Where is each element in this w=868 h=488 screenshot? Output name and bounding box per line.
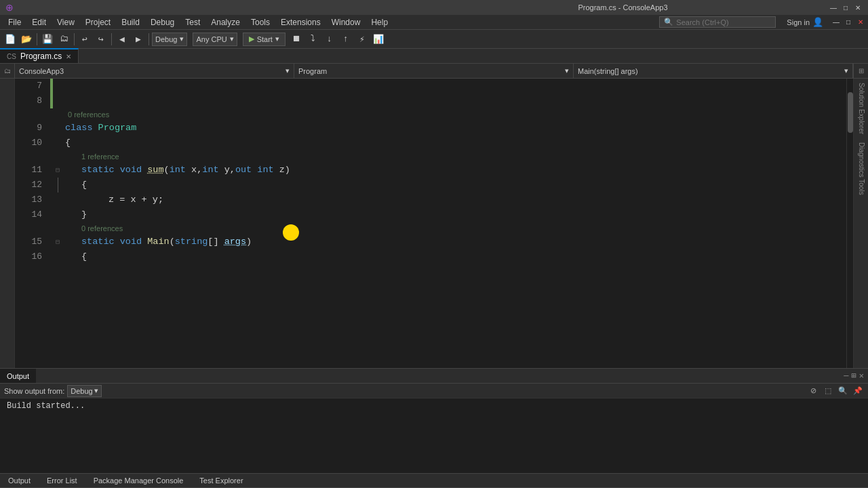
- output-find-btn[interactable]: 🔍: [837, 385, 849, 397]
- perf-btn[interactable]: 📊: [371, 32, 386, 47]
- undo-btn[interactable]: ↩: [77, 32, 92, 47]
- output-source-label: Debug: [71, 387, 92, 395]
- toolbar-sep-3: [111, 33, 112, 45]
- tab-output[interactable]: Output: [0, 369, 36, 383]
- nav-right-icon[interactable]: ⊞: [853, 64, 868, 78]
- minimize-button[interactable]: —: [829, 3, 838, 12]
- code-line-8: [62, 94, 846, 108]
- cpu-dropdown[interactable]: Any CPU ▾: [193, 33, 237, 46]
- menu-window[interactable]: Window: [326, 15, 366, 29]
- line-num-15: 15: [15, 235, 45, 249]
- nav-solution-label: ConsoleApp3: [19, 67, 64, 75]
- step-in-btn[interactable]: ↓: [322, 32, 337, 47]
- cursor-indicator: [283, 224, 299, 241]
- output-source-dropdown[interactable]: Debug ▾: [67, 385, 101, 397]
- menu-analyze[interactable]: Analyze: [205, 15, 245, 29]
- code-line-11: static void sum ( int x, int y, out int …: [62, 163, 846, 178]
- collapse-btn-11[interactable]: ⊟: [53, 163, 62, 178]
- line-num-7: 7: [15, 79, 45, 94]
- tab-close-btn[interactable]: ✕: [66, 53, 71, 60]
- code-line-15: static void Main ( string [] args ): [62, 235, 846, 249]
- sign-in-area[interactable]: Sign in 👤: [781, 16, 829, 28]
- output-toolbar: Show output from: Debug ▾ ⊘ ⬚ 🔍 📌: [0, 384, 868, 399]
- nav-solution-dropdown[interactable]: ConsoleApp3 ▾: [15, 64, 294, 78]
- scrollbar-thumb[interactable]: [848, 92, 853, 133]
- open-btn[interactable]: 📂: [19, 32, 34, 47]
- code-content: 0 references class Program { 1 reference: [62, 79, 846, 368]
- activity-bar: [0, 79, 15, 368]
- search-box[interactable]: 🔍: [659, 16, 776, 28]
- menu-help[interactable]: Help: [366, 15, 393, 29]
- menu-build[interactable]: Build: [116, 15, 145, 29]
- nav-namespace-dropdown[interactable]: Program ▾: [294, 64, 574, 78]
- output-pin-btn[interactable]: 📌: [852, 385, 864, 397]
- save-all-btn[interactable]: 🗂: [56, 32, 71, 47]
- step-out-btn[interactable]: ↑: [338, 32, 353, 47]
- menu-file[interactable]: File: [3, 15, 26, 29]
- minimize-btn[interactable]: —: [831, 18, 841, 27]
- tab-program-cs[interactable]: CS Program.cs ✕: [0, 48, 79, 63]
- menu-view[interactable]: View: [52, 15, 80, 29]
- line-num-14: 14: [15, 207, 45, 222]
- restore-btn[interactable]: □: [844, 18, 853, 27]
- breakpoint-btn[interactable]: ⏹: [290, 32, 304, 47]
- menu-project[interactable]: Project: [80, 15, 116, 29]
- menu-tools[interactable]: Tools: [245, 15, 275, 29]
- code-line-13: z = x + y;: [62, 192, 846, 207]
- tab-package-manager[interactable]: Package Manager Console: [85, 474, 192, 487]
- title-bar-controls[interactable]: — □ ✕: [829, 3, 863, 12]
- debug-mode-dropdown[interactable]: Debug ▾: [152, 33, 187, 46]
- tab-bar: CS Program.cs ✕: [0, 49, 868, 64]
- menu-test[interactable]: Test: [180, 15, 205, 29]
- maximize-button[interactable]: □: [841, 3, 850, 12]
- close-btn[interactable]: ✕: [856, 18, 865, 27]
- output-clear-btn[interactable]: ⊘: [807, 385, 819, 397]
- line-num-12: 12: [15, 178, 45, 192]
- line-num-10: 10: [15, 136, 45, 150]
- output-tab-bar: Output — ⊞ ✕: [0, 369, 868, 384]
- menu-debug[interactable]: Debug: [145, 15, 180, 29]
- search-input[interactable]: [676, 18, 771, 26]
- new-project-btn[interactable]: 📄: [3, 32, 18, 47]
- code-editor[interactable]: 7 8 9 10 11 12 13 14: [15, 79, 853, 368]
- output-wrap-btn[interactable]: ⬚: [822, 385, 834, 397]
- menu-extensions[interactable]: Extensions: [275, 15, 326, 29]
- vertical-scrollbar[interactable]: [846, 79, 853, 368]
- tab-error-list[interactable]: Error List: [39, 474, 85, 487]
- collapse-btn-15[interactable]: ⊟: [53, 235, 62, 249]
- user-icon: 👤: [812, 17, 823, 27]
- close-button[interactable]: ✕: [853, 3, 863, 12]
- diagnostics-label[interactable]: Diagnostics Tools: [854, 138, 868, 199]
- nav-left-icon[interactable]: 🗂: [0, 64, 15, 78]
- code-line-14: }: [62, 207, 846, 222]
- nav-method-label: Main(string[] args): [578, 67, 638, 75]
- save-btn[interactable]: 💾: [40, 32, 55, 47]
- start-arrow: ▾: [275, 35, 279, 43]
- solution-explorer-label[interactable]: Solution Explorer: [854, 79, 868, 138]
- navigate-back-btn[interactable]: ◀: [115, 32, 130, 47]
- navigate-fwd-btn[interactable]: ▶: [131, 32, 146, 47]
- debug-mode-label: Debug: [155, 35, 177, 43]
- outlining-column: ⊟ ⊟: [53, 79, 62, 368]
- tab-test-explorer[interactable]: Test Explorer: [191, 474, 251, 487]
- step-over-btn[interactable]: ⤵: [306, 32, 321, 47]
- start-button[interactable]: ▶ Start ▾: [243, 33, 285, 46]
- bottom-tabs: Output Error List Package Manager Consol…: [0, 473, 868, 488]
- menu-edit[interactable]: Edit: [26, 15, 52, 29]
- nav-method-dropdown[interactable]: Main(string[] args) ▾: [574, 64, 853, 78]
- window-controls[interactable]: — □ ✕: [831, 18, 865, 27]
- right-panel: Solution Explorer Diagnostics Tools: [853, 79, 868, 368]
- title-bar-title: Program.cs - ConsoleApp3: [417, 3, 829, 12]
- output-collapse-btn[interactable]: —: [844, 371, 848, 381]
- exception-btn[interactable]: ⚡: [355, 32, 370, 47]
- code-line-10: {: [62, 136, 846, 150]
- tab-output-bottom[interactable]: Output: [0, 474, 39, 487]
- start-label: Start: [257, 35, 273, 43]
- title-filename: Program.cs: [578, 3, 616, 12]
- output-source-arrow: ▾: [94, 386, 98, 395]
- output-float-btn[interactable]: ⊞: [852, 371, 856, 381]
- redo-btn[interactable]: ↪: [94, 32, 108, 47]
- output-panel: Output — ⊞ ✕ Show output from: Debug ▾ ⊘…: [0, 368, 868, 473]
- code-line-12: {: [62, 178, 846, 192]
- output-close-btn[interactable]: ✕: [859, 371, 864, 381]
